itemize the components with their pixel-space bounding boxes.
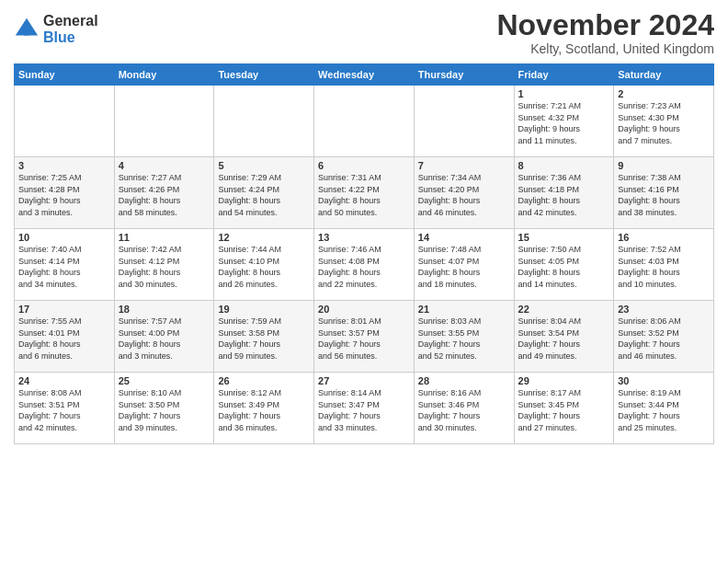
day-number: 27 <box>318 375 410 386</box>
day-number: 13 <box>318 232 410 243</box>
calendar-cell: 6Sunrise: 7:31 AM Sunset: 4:22 PM Daylig… <box>314 157 415 229</box>
calendar-cell: 27Sunrise: 8:14 AM Sunset: 3:47 PM Dayli… <box>314 373 415 444</box>
day-info: Sunrise: 7:44 AM Sunset: 4:10 PM Dayligh… <box>218 244 310 290</box>
day-info: Sunrise: 7:29 AM Sunset: 4:24 PM Dayligh… <box>218 172 310 218</box>
calendar-cell: 17Sunrise: 7:55 AM Sunset: 4:01 PM Dayli… <box>15 301 115 373</box>
day-info: Sunrise: 7:40 AM Sunset: 4:14 PM Dayligh… <box>18 244 110 290</box>
location: Kelty, Scotland, United Kingdom <box>496 41 714 56</box>
calendar-cell: 12Sunrise: 7:44 AM Sunset: 4:10 PM Dayli… <box>214 229 314 301</box>
logo-text: General Blue <box>43 13 98 45</box>
day-info: Sunrise: 7:34 AM Sunset: 4:20 PM Dayligh… <box>418 172 510 218</box>
calendar-table: SundayMondayTuesdayWednesdayThursdayFrid… <box>14 63 714 444</box>
calendar-cell: 30Sunrise: 8:19 AM Sunset: 3:44 PM Dayli… <box>614 373 714 444</box>
day-number: 17 <box>18 304 110 315</box>
calendar-cell: 24Sunrise: 8:08 AM Sunset: 3:51 PM Dayli… <box>15 373 115 444</box>
day-number: 11 <box>119 232 210 243</box>
day-number: 21 <box>418 304 510 315</box>
day-number: 3 <box>18 160 110 171</box>
day-number: 2 <box>618 88 710 99</box>
day-number: 25 <box>119 375 210 386</box>
day-info: Sunrise: 7:38 AM Sunset: 4:16 PM Dayligh… <box>618 172 710 218</box>
calendar-week-row: 3Sunrise: 7:25 AM Sunset: 4:28 PM Daylig… <box>15 157 714 229</box>
calendar-cell: 11Sunrise: 7:42 AM Sunset: 4:12 PM Dayli… <box>114 229 214 301</box>
day-number: 14 <box>418 232 510 243</box>
calendar-cell: 16Sunrise: 7:52 AM Sunset: 4:03 PM Dayli… <box>614 229 714 301</box>
calendar-cell: 23Sunrise: 8:06 AM Sunset: 3:52 PM Dayli… <box>614 301 714 373</box>
day-info: Sunrise: 7:50 AM Sunset: 4:05 PM Dayligh… <box>518 244 610 290</box>
calendar-cell: 22Sunrise: 8:04 AM Sunset: 3:54 PM Dayli… <box>514 301 614 373</box>
day-number: 6 <box>318 160 410 171</box>
calendar-week-row: 17Sunrise: 7:55 AM Sunset: 4:01 PM Dayli… <box>15 301 714 373</box>
day-number: 16 <box>618 232 710 243</box>
logo-blue-text: Blue <box>43 29 98 46</box>
calendar-day-header: Tuesday <box>214 64 314 86</box>
day-number: 18 <box>119 304 210 315</box>
calendar-cell: 2Sunrise: 7:23 AM Sunset: 4:30 PM Daylig… <box>614 86 714 157</box>
day-number: 24 <box>18 375 110 386</box>
day-info: Sunrise: 7:55 AM Sunset: 4:01 PM Dayligh… <box>18 316 110 362</box>
day-number: 8 <box>518 160 610 171</box>
day-info: Sunrise: 8:14 AM Sunset: 3:47 PM Dayligh… <box>318 387 410 433</box>
day-info: Sunrise: 8:19 AM Sunset: 3:44 PM Dayligh… <box>618 387 710 433</box>
day-info: Sunrise: 8:01 AM Sunset: 3:57 PM Dayligh… <box>318 316 410 362</box>
title-block: November 2024 Kelty, Scotland, United Ki… <box>496 9 714 56</box>
calendar-cell: 20Sunrise: 8:01 AM Sunset: 3:57 PM Dayli… <box>314 301 415 373</box>
calendar-cell <box>314 86 415 157</box>
day-number: 12 <box>218 232 310 243</box>
calendar-cell <box>114 86 214 157</box>
calendar-cell: 14Sunrise: 7:48 AM Sunset: 4:07 PM Dayli… <box>414 229 514 301</box>
day-info: Sunrise: 8:10 AM Sunset: 3:50 PM Dayligh… <box>119 387 210 433</box>
day-number: 10 <box>18 232 110 243</box>
day-number: 9 <box>618 160 710 171</box>
day-info: Sunrise: 7:27 AM Sunset: 4:26 PM Dayligh… <box>119 172 210 218</box>
day-number: 4 <box>119 160 210 171</box>
day-number: 30 <box>618 375 710 386</box>
calendar-cell: 5Sunrise: 7:29 AM Sunset: 4:24 PM Daylig… <box>214 157 314 229</box>
day-number: 1 <box>518 88 610 99</box>
day-info: Sunrise: 7:52 AM Sunset: 4:03 PM Dayligh… <box>618 244 710 290</box>
calendar-cell: 19Sunrise: 7:59 AM Sunset: 3:58 PM Dayli… <box>214 301 314 373</box>
calendar-day-header: Saturday <box>614 64 714 86</box>
calendar-cell: 25Sunrise: 8:10 AM Sunset: 3:50 PM Dayli… <box>114 373 214 444</box>
day-info: Sunrise: 7:46 AM Sunset: 4:08 PM Dayligh… <box>318 244 410 290</box>
day-number: 23 <box>618 304 710 315</box>
day-number: 29 <box>518 375 610 386</box>
day-info: Sunrise: 8:17 AM Sunset: 3:45 PM Dayligh… <box>518 387 610 433</box>
calendar-cell: 4Sunrise: 7:27 AM Sunset: 4:26 PM Daylig… <box>114 157 214 229</box>
calendar-cell: 21Sunrise: 8:03 AM Sunset: 3:55 PM Dayli… <box>414 301 514 373</box>
calendar-cell: 1Sunrise: 7:21 AM Sunset: 4:32 PM Daylig… <box>514 86 614 157</box>
day-number: 26 <box>218 375 310 386</box>
day-info: Sunrise: 7:23 AM Sunset: 4:30 PM Dayligh… <box>618 100 710 146</box>
calendar-day-header: Sunday <box>15 64 115 86</box>
day-number: 22 <box>518 304 610 315</box>
day-number: 5 <box>218 160 310 171</box>
calendar-cell: 3Sunrise: 7:25 AM Sunset: 4:28 PM Daylig… <box>15 157 115 229</box>
calendar-cell <box>15 86 115 157</box>
calendar-cell: 10Sunrise: 7:40 AM Sunset: 4:14 PM Dayli… <box>15 229 115 301</box>
calendar-week-row: 1Sunrise: 7:21 AM Sunset: 4:32 PM Daylig… <box>15 86 714 157</box>
calendar-cell: 7Sunrise: 7:34 AM Sunset: 4:20 PM Daylig… <box>414 157 514 229</box>
calendar-cell: 28Sunrise: 8:16 AM Sunset: 3:46 PM Dayli… <box>414 373 514 444</box>
day-info: Sunrise: 8:12 AM Sunset: 3:49 PM Dayligh… <box>218 387 310 433</box>
calendar-week-row: 24Sunrise: 8:08 AM Sunset: 3:51 PM Dayli… <box>15 373 714 444</box>
calendar-cell: 15Sunrise: 7:50 AM Sunset: 4:05 PM Dayli… <box>514 229 614 301</box>
calendar-cell <box>414 86 514 157</box>
day-info: Sunrise: 7:42 AM Sunset: 4:12 PM Dayligh… <box>119 244 210 290</box>
day-info: Sunrise: 7:48 AM Sunset: 4:07 PM Dayligh… <box>418 244 510 290</box>
day-info: Sunrise: 7:25 AM Sunset: 4:28 PM Dayligh… <box>18 172 110 218</box>
calendar-header-row: SundayMondayTuesdayWednesdayThursdayFrid… <box>15 64 714 86</box>
day-info: Sunrise: 7:59 AM Sunset: 3:58 PM Dayligh… <box>218 316 310 362</box>
day-number: 15 <box>518 232 610 243</box>
header: General Blue November 2024 Kelty, Scotla… <box>14 9 714 56</box>
day-info: Sunrise: 8:08 AM Sunset: 3:51 PM Dayligh… <box>18 387 110 433</box>
calendar-day-header: Thursday <box>414 64 514 86</box>
day-info: Sunrise: 8:04 AM Sunset: 3:54 PM Dayligh… <box>518 316 610 362</box>
logo: General Blue <box>14 13 98 45</box>
calendar-cell: 29Sunrise: 8:17 AM Sunset: 3:45 PM Dayli… <box>514 373 614 444</box>
day-number: 28 <box>418 375 510 386</box>
page: General Blue November 2024 Kelty, Scotla… <box>0 0 728 563</box>
calendar-cell: 13Sunrise: 7:46 AM Sunset: 4:08 PM Dayli… <box>314 229 415 301</box>
day-number: 7 <box>418 160 510 171</box>
day-info: Sunrise: 7:31 AM Sunset: 4:22 PM Dayligh… <box>318 172 410 218</box>
calendar-day-header: Monday <box>114 64 214 86</box>
